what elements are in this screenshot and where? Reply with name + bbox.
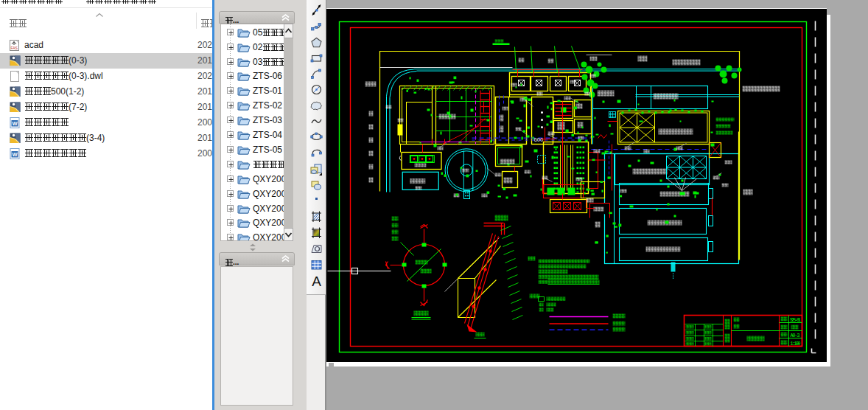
svg-text:S25-01: S25-01	[790, 318, 801, 323]
svg-text:W: W	[13, 120, 18, 127]
svg-text:FAS: FAS	[11, 46, 18, 50]
svg-text:1:100: 1:100	[791, 341, 801, 347]
svg-text:GOO: GOO	[534, 137, 544, 143]
svg-text:A0-3: A0-3	[791, 333, 800, 338]
svg-text:W: W	[13, 151, 18, 158]
